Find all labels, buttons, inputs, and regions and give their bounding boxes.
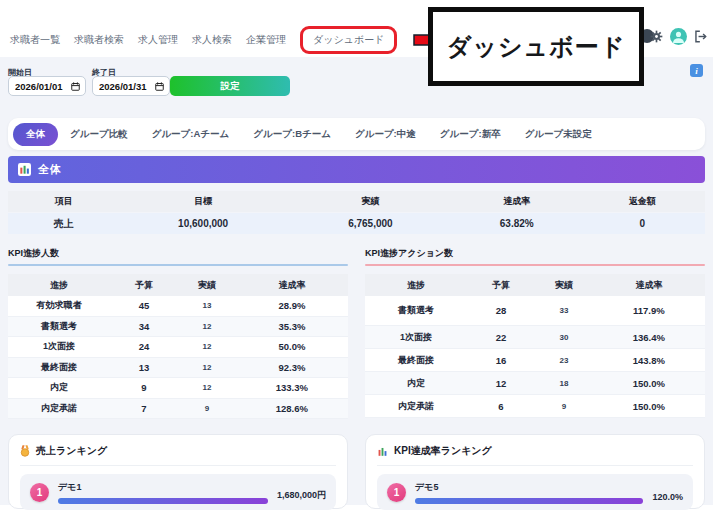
table-row: 1次面接 24 12 50.0% <box>8 337 348 358</box>
avatar[interactable] <box>670 28 687 45</box>
table-header-row: 進捗 予算 実績 達成率 <box>365 274 705 296</box>
nav-item-job-search[interactable]: 求人検索 <box>192 33 232 47</box>
kpi-header-rate: 達成率 <box>593 279 705 292</box>
table-row: 1次面接 22 30 136.4% <box>365 326 705 349</box>
kpi-ranking-title: KPI達成率ランキング <box>394 444 492 458</box>
kpi-cell-actual: 30 <box>535 333 593 342</box>
sales-ranking-header: 売上ランキング <box>20 444 336 466</box>
table-row: 内定 12 18 150.0% <box>365 372 705 395</box>
summary-cell-actual: 6,765,000 <box>287 218 454 229</box>
list-item: 1 デモ5 120.0% <box>377 474 693 510</box>
summary-header-refund: 返金額 <box>580 195 705 208</box>
tab-group-unassigned[interactable]: グループ未設定 <box>513 123 604 146</box>
kpi-cell-budget: 28 <box>467 305 535 316</box>
kpi-cell-actual: 12 <box>178 383 236 392</box>
kpi-cell-stage: 内定承諾 <box>8 402 110 415</box>
table-row: 内定 9 12 133.3% <box>8 378 348 399</box>
summary-data-row: 売上 10,600,000 6,765,000 63.82% 0 <box>8 213 705 234</box>
calendar-icon[interactable] <box>155 82 164 91</box>
kpi-cell-actual: 12 <box>178 363 236 372</box>
kpi-cell-stage: 1次面接 <box>365 331 467 344</box>
summary-cell-target: 10,600,000 <box>120 218 287 229</box>
kpi-header-stage: 進捗 <box>365 279 467 292</box>
table-row: 書類選考 34 12 35.3% <box>8 317 348 338</box>
kpi-actions-title: KPI進捗アクション数 <box>365 247 705 260</box>
calendar-icon[interactable] <box>71 82 80 91</box>
nav-item-job-management[interactable]: 求人管理 <box>138 33 178 47</box>
kpi-cell-budget: 13 <box>110 362 178 373</box>
kpi-cell-stage: 内定 <box>8 381 110 394</box>
kpi-cell-rate: 136.4% <box>593 332 705 343</box>
logout-icon[interactable] <box>694 30 707 43</box>
kpi-cell-actual: 23 <box>535 356 593 365</box>
bar-chart-icon <box>377 446 388 457</box>
end-date-field[interactable] <box>92 76 170 96</box>
table-row: 書類選考 28 33 117.9% <box>365 296 705 326</box>
kpi-actions-section: KPI進捗アクション数 進捗 予算 実績 達成率 書類選考 28 33 117.… <box>365 247 705 419</box>
kpi-header-budget: 予算 <box>110 279 178 292</box>
sales-ranking-card: 売上ランキング 1 デモ1 1,680,000円 <box>8 434 348 509</box>
nav-item-company-management[interactable]: 企業管理 <box>246 33 286 47</box>
tab-group-midcareer[interactable]: グループ:中途 <box>343 123 428 146</box>
kpi-cell-rate: 150.0% <box>593 378 705 389</box>
nav-item-dashboard[interactable]: ダッシュボード <box>313 34 384 45</box>
dashboard-content: 開始日 終了日 設定 i <box>0 57 713 505</box>
rank-badge: 1 <box>387 483 406 502</box>
kpi-cell-budget: 6 <box>467 401 535 412</box>
kpi-people-title: KPI進捗人数 <box>8 247 348 260</box>
overview-section-header: 全体 <box>8 156 705 183</box>
kpi-header-actual: 実績 <box>535 279 593 292</box>
group-tabs: 全体 グループ比較 グループ:Aチーム グループ:Bチーム グループ:中途 グル… <box>8 118 705 150</box>
kpi-cell-actual: 18 <box>535 379 593 388</box>
set-button[interactable]: 設定 <box>170 76 290 96</box>
list-item: 1 デモ1 1,680,000円 <box>20 474 336 510</box>
table-row: 有効求職者 45 13 28.9% <box>8 296 348 317</box>
tab-group-a-team[interactable]: グループ:Aチーム <box>140 123 242 146</box>
kpi-people-table: 進捗 予算 実績 達成率 有効求職者 45 13 28.9% 書類選考 34 1… <box>8 274 348 419</box>
kpi-cell-budget: 12 <box>467 378 535 389</box>
kpi-cell-stage: 内定承諾 <box>365 400 467 413</box>
kpi-header-stage: 進捗 <box>8 279 110 292</box>
summary-header-item: 項目 <box>8 195 120 208</box>
nav-item-candidate-list[interactable]: 求職者一覧 <box>10 33 60 47</box>
kpi-cell-budget: 24 <box>110 341 178 352</box>
gear-icon[interactable] <box>650 30 663 43</box>
rank-name: デモ5 <box>415 481 643 494</box>
info-icon[interactable]: i <box>690 64 703 77</box>
kpi-cell-actual: 9 <box>178 404 236 413</box>
sales-ranking-title: 売上ランキング <box>36 444 107 458</box>
kpi-cell-budget: 16 <box>467 355 535 366</box>
annotation-callout: ダッシュボード <box>428 7 644 86</box>
kpi-ranking-header: KPI達成率ランキング <box>377 444 693 466</box>
kpi-cell-actual: 12 <box>178 322 236 331</box>
start-date-input[interactable] <box>15 81 71 92</box>
rank-name: デモ1 <box>58 481 268 494</box>
overview-section-title: 全体 <box>38 162 62 177</box>
kpi-header-rate: 達成率 <box>236 279 348 292</box>
tab-group-compare[interactable]: グループ比較 <box>58 123 140 146</box>
kpi-cell-budget: 34 <box>110 321 178 332</box>
kpi-ranking-card: KPI達成率ランキング 1 デモ5 120.0% <box>365 434 705 509</box>
rank-value: 120.0% <box>652 492 683 502</box>
kpi-header-actual: 実績 <box>178 279 236 292</box>
kpi-cell-stage: 最終面接 <box>8 361 110 374</box>
summary-header-rate: 達成率 <box>454 195 579 208</box>
kpi-cell-budget: 9 <box>110 382 178 393</box>
kpi-people-section: KPI進捗人数 進捗 予算 実績 達成率 有効求職者 45 13 28.9% 書… <box>8 247 348 419</box>
start-date-field[interactable] <box>8 76 86 96</box>
kpi-cell-rate: 50.0% <box>236 341 348 352</box>
summary-header-target: 目標 <box>120 195 287 208</box>
tab-overall[interactable]: 全体 <box>13 123 58 146</box>
kpi-cell-budget: 7 <box>110 403 178 414</box>
end-date-input[interactable] <box>99 81 155 92</box>
tab-group-newgrad[interactable]: グループ:新卒 <box>428 123 513 146</box>
rank-badge: 1 <box>30 483 49 502</box>
main-nav: 求職者一覧 求職者検索 求人管理 求人検索 企業管理 ダッシュボード <box>10 24 491 56</box>
kpi-cell-stage: 1次面接 <box>8 340 110 353</box>
tab-group-b-team[interactable]: グループ:Bチーム <box>241 123 343 146</box>
table-row: 内定承諾 7 9 128.6% <box>8 399 348 420</box>
kpi-cell-rate: 35.3% <box>236 321 348 332</box>
summary-cell-item: 売上 <box>8 217 120 231</box>
nav-item-candidate-search[interactable]: 求職者検索 <box>74 33 124 47</box>
kpi-cell-rate: 133.3% <box>236 382 348 393</box>
